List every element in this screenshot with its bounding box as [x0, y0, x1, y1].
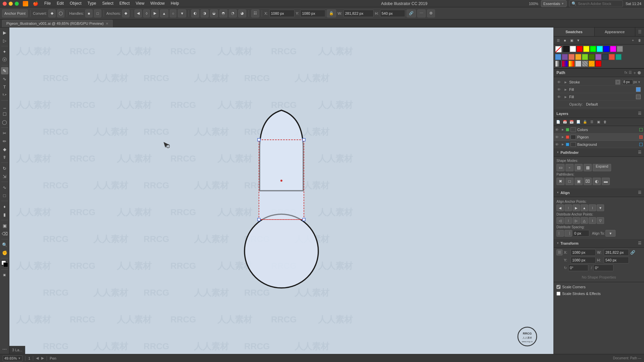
swatch-red[interactable]	[577, 46, 583, 52]
colors-expand-arrow[interactable]: ►	[561, 128, 565, 131]
align-header[interactable]: ▼ Align ☰	[554, 188, 644, 197]
scale-tool[interactable]: ⇲	[1, 173, 8, 180]
swatch-yellow[interactable]	[583, 46, 589, 52]
swatch-lightgray[interactable]	[575, 61, 581, 67]
type-tool[interactable]: T	[1, 83, 8, 90]
background-target[interactable]	[639, 143, 643, 146]
menu-item-window[interactable]: Window	[148, 0, 167, 7]
change-screen-mode-btn[interactable]: ▣	[1, 271, 8, 279]
swatch-list-view[interactable]: ☰	[555, 38, 561, 44]
align-mid-btn[interactable]: ○	[170, 9, 177, 17]
menu-item-edit[interactable]: Edit	[54, 0, 66, 7]
pf-trim-btn[interactable]: □	[566, 178, 574, 185]
swatch-delete-btn[interactable]: 🗑	[637, 38, 643, 44]
swatch-violet[interactable]	[595, 54, 601, 60]
fill1-expand-arrow[interactable]: ►	[564, 87, 567, 92]
menu-item-help[interactable]: Help	[168, 0, 182, 7]
swatch-dark-blue[interactable]	[602, 54, 608, 60]
appearance-del-btn[interactable]: ⚈	[637, 70, 641, 75]
constrain-btn[interactable]: 🔗	[407, 9, 416, 17]
search-stock-input[interactable]	[578, 2, 621, 6]
fill2-visibility-eye[interactable]: 👁	[557, 95, 562, 99]
w-input[interactable]	[343, 10, 374, 17]
menu-item-type[interactable]: Type	[85, 0, 99, 7]
appearance-menu-btn[interactable]: ☰	[629, 70, 632, 75]
dist-anchor-h-left[interactable]: ◁	[556, 217, 564, 224]
swatch-grad-yr[interactable]	[569, 61, 575, 67]
pf-unite-btn[interactable]: ▭	[556, 164, 565, 171]
swatch-grad-bw[interactable]	[555, 61, 561, 67]
layer-item-colors[interactable]: 👁 ► Colors	[554, 126, 644, 133]
align-left-btn[interactable]: ◀	[135, 9, 142, 17]
pencil-tool[interactable]: ✏	[1, 137, 8, 145]
dist-spacing-v[interactable]: ⎹	[565, 230, 572, 237]
fill1-visibility-eye[interactable]: 👁	[557, 87, 562, 92]
spacing-input[interactable]	[573, 230, 589, 237]
pf-crop-btn[interactable]: ⌧	[584, 178, 592, 185]
distribute-btn-5[interactable]: ◔	[229, 9, 237, 17]
layers-panel-header[interactable]: Layers ☰	[554, 109, 644, 118]
swatch-lime[interactable]	[582, 54, 588, 60]
layers-delete-btn[interactable]: 🗑	[602, 119, 608, 125]
more-tools-btn[interactable]: ⋯	[1, 345, 8, 353]
swatch-purple[interactable]	[562, 54, 568, 60]
swatch-none[interactable]	[555, 46, 562, 53]
h-input[interactable]	[380, 10, 405, 17]
distribute-btn-3[interactable]: ◒	[210, 9, 218, 17]
align-collapse[interactable]: ▼ Align	[556, 191, 570, 195]
distribute-btn-2[interactable]: ◑	[201, 9, 209, 17]
stroke-expand-arrow[interactable]: ►	[564, 80, 567, 84]
magic-wand-tool[interactable]: ✦	[1, 48, 8, 55]
swatch-salmon[interactable]	[569, 54, 575, 60]
pigeon-visibility-eye[interactable]: 👁	[555, 135, 560, 139]
swatch-pattern3[interactable]	[595, 61, 601, 67]
menu-item-object[interactable]: Object	[67, 0, 84, 7]
scale-strokes-checkbox[interactable]	[556, 292, 560, 296]
slice-tool[interactable]: ⌫	[1, 230, 8, 237]
swatch-cornflower[interactable]	[555, 54, 561, 60]
close-button[interactable]	[3, 2, 7, 6]
transform-shear-input[interactable]	[593, 264, 613, 271]
menu-item-view[interactable]: View	[133, 0, 147, 7]
rotate-icon[interactable]: ↻	[564, 266, 567, 270]
stroke-dropdown-icon[interactable]: ▼	[638, 80, 641, 84]
more-btn[interactable]: ⋯	[417, 9, 426, 17]
scale-strokes-label[interactable]: Scale Strokes & Effects	[562, 292, 601, 296]
swatch-blue[interactable]	[603, 46, 609, 52]
fill-stroke-indicator[interactable]	[1, 260, 8, 267]
page-prev-btn[interactable]: ◀	[36, 356, 39, 360]
handles-btn-1[interactable]: ■	[85, 9, 93, 17]
workspace-dropdown[interactable]: Essentials ▼	[541, 0, 567, 7]
layers-add-sub-layer-btn[interactable]: 📅	[562, 119, 568, 125]
maximize-button[interactable]	[15, 2, 19, 6]
swatch-dark-red[interactable]	[609, 54, 615, 60]
panel-menu-btn[interactable]: ☰	[635, 27, 644, 36]
swatch-show-kinds[interactable]: ▼	[575, 38, 581, 44]
artboard-tool[interactable]: ▣	[1, 222, 8, 229]
line-tool[interactable]: ⎯	[1, 102, 8, 110]
background-visibility-eye[interactable]: 👁	[555, 142, 560, 146]
dist-anchor-v-center[interactable]: ⁞	[589, 217, 596, 224]
handles-btn-2[interactable]: □	[94, 9, 101, 17]
transform-header[interactable]: ▼ Transform ☰	[554, 239, 644, 248]
column-graph-tool[interactable]: ▮	[1, 211, 8, 218]
align-bottom-btn[interactable]: ▼	[178, 9, 186, 17]
layers-expand-btn[interactable]: 📃	[575, 119, 581, 125]
background-expand-arrow[interactable]: ►	[561, 142, 565, 146]
pf-minus-back-btn[interactable]: ▬	[602, 178, 610, 185]
scale-corners-checkbox[interactable]	[556, 285, 560, 289]
menu-item-select[interactable]: Select	[100, 0, 116, 7]
swatch-green[interactable]	[590, 46, 596, 52]
dist-anchor-v-top[interactable]: △	[581, 217, 588, 224]
ellipse-tool[interactable]: ◯	[1, 118, 8, 126]
transform-h-input[interactable]	[604, 257, 629, 263]
curvature-tool[interactable]: ∿	[1, 75, 8, 82]
align-anchor-bottom-btn[interactable]: ▼	[597, 204, 604, 211]
y-input[interactable]	[300, 10, 325, 17]
dist-anchor-h-center[interactable]: ⁝	[565, 217, 572, 224]
fill1-color-swatch[interactable]	[636, 87, 641, 92]
transform-w-input[interactable]	[604, 249, 629, 256]
pigeon-target[interactable]	[639, 135, 643, 139]
anchor-point-button[interactable]: Anchor Point	[2, 9, 28, 17]
document-tab[interactable]: Pigeon_Illustration_v001.ai @ 49,65% (RG…	[2, 20, 113, 27]
